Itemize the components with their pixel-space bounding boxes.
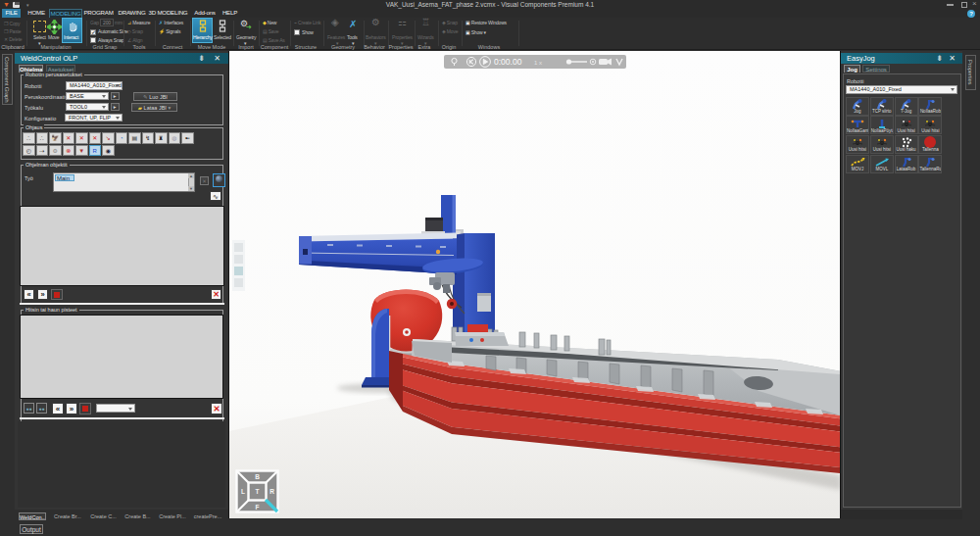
svg-text:R: R [270, 488, 274, 495]
svg-text:F: F [256, 504, 260, 511]
svg-text:L: L [241, 488, 245, 495]
svg-text:1 x: 1 x [534, 60, 542, 66]
svg-text:0:00.00: 0:00.00 [494, 57, 522, 67]
svg-text:T: T [256, 488, 260, 495]
svg-text:B: B [255, 473, 260, 480]
